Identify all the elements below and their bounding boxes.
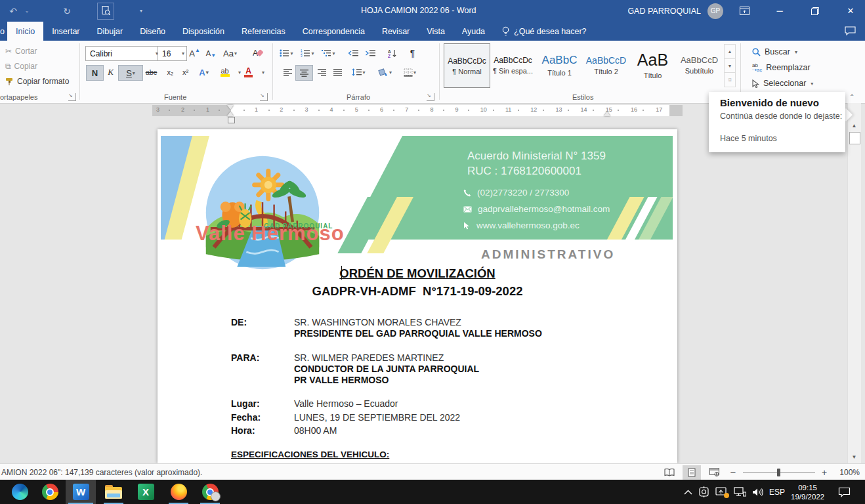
format-painter-button[interactable]: Copiar formato bbox=[5, 77, 69, 86]
hora-label[interactable]: Hora: bbox=[231, 425, 255, 436]
fecha-value[interactable]: LUNES, 19 DE SEPTIEMBRE DEL 2022 bbox=[294, 412, 460, 423]
para-label[interactable]: PARA: bbox=[231, 352, 259, 363]
show-paragraph-marks-button[interactable]: ¶ bbox=[404, 46, 421, 60]
account-name[interactable]: GAD PARROQUIAL bbox=[627, 7, 701, 16]
copy-button[interactable]: ⧉ Copiar bbox=[5, 62, 37, 71]
scroll-thumb[interactable] bbox=[849, 132, 860, 144]
find-button[interactable]: Buscar▾ bbox=[752, 47, 797, 56]
undo-dropdown-icon[interactable]: ⌄ bbox=[24, 3, 30, 19]
text-effects-button[interactable]: A▾ bbox=[196, 65, 212, 79]
subscript-button[interactable]: x₂ bbox=[162, 65, 179, 79]
specs-heading[interactable]: ESPECIFICACIONES DEL VEHICULO: bbox=[231, 450, 389, 459]
network-icon[interactable] bbox=[734, 487, 746, 497]
hora-value[interactable]: 08H00 AM bbox=[294, 425, 337, 436]
clipboard-dialog-launcher[interactable]: ↘ bbox=[68, 93, 76, 101]
style-sin-espaciado[interactable]: AaBbCcDc ¶ Sin espa... bbox=[490, 43, 536, 87]
close-button[interactable]: ✕ bbox=[836, 0, 865, 22]
right-indent-marker[interactable] bbox=[604, 112, 610, 116]
borders-button[interactable]: ▾ bbox=[402, 65, 418, 79]
tab-diseno[interactable]: Diseño bbox=[131, 22, 174, 41]
document-page[interactable]: Acuerdo Ministerial N° 1359 RUC : 176812… bbox=[158, 129, 677, 463]
bold-button[interactable]: N bbox=[86, 65, 104, 81]
align-left-button[interactable] bbox=[280, 65, 296, 79]
multilevel-list-button[interactable]: ▾ bbox=[320, 46, 337, 60]
customize-qat-icon[interactable]: ▾ bbox=[137, 3, 146, 19]
zoom-out-button[interactable]: − bbox=[727, 467, 739, 478]
taskbar-chrome-icon[interactable] bbox=[35, 480, 65, 504]
align-right-button[interactable] bbox=[314, 65, 330, 79]
popup-resume-link[interactable]: Hace 5 minutos bbox=[720, 134, 777, 143]
bullet-list-button[interactable]: ▾ bbox=[278, 46, 295, 60]
taskbar-firefox-icon[interactable] bbox=[163, 480, 194, 504]
style-titulo-2[interactable]: AaBbCcD Título 2 bbox=[583, 43, 629, 87]
taskbar-edge-icon[interactable] bbox=[5, 480, 35, 504]
para-name[interactable]: SR. WILMER PAREDES MARTINEZ bbox=[294, 352, 444, 363]
zoom-in-button[interactable]: + bbox=[819, 467, 830, 478]
clear-formatting-button[interactable]: A bbox=[249, 46, 266, 60]
font-dialog-launcher[interactable]: ↘ bbox=[260, 93, 268, 101]
para-role-2[interactable]: PR VALLE HERMOSO bbox=[294, 375, 389, 385]
cast-icon[interactable] bbox=[698, 486, 709, 497]
zoom-slider[interactable] bbox=[743, 468, 815, 477]
repeat-icon[interactable]: ↻ bbox=[59, 3, 75, 19]
avatar[interactable]: GP bbox=[707, 3, 723, 19]
restore-button[interactable] bbox=[801, 0, 830, 22]
justify-button[interactable] bbox=[329, 65, 346, 79]
tab-inicio[interactable]: Inicio bbox=[7, 22, 43, 41]
scroll-down-button[interactable]: ▼ bbox=[849, 452, 859, 462]
tab-referencias[interactable]: Referencias bbox=[233, 22, 294, 41]
zoom-slider-thumb[interactable] bbox=[777, 469, 780, 476]
language-indicator[interactable]: ESP bbox=[769, 488, 785, 497]
undo-icon[interactable]: ↶ bbox=[5, 3, 21, 19]
styles-scroll-up[interactable]: ▲ bbox=[725, 45, 735, 58]
font-size-combo[interactable]: 16▾ bbox=[158, 46, 187, 61]
tab-vista[interactable]: Vista bbox=[418, 22, 454, 41]
scroll-up-button[interactable]: ▲ bbox=[849, 120, 859, 131]
replace-button[interactable]: ab⇢ac Reemplazar bbox=[752, 63, 811, 72]
shrink-font-button[interactable]: A▼ bbox=[203, 46, 219, 60]
de-name[interactable]: SR. WASHINGTON MORALES CHAVEZ bbox=[294, 317, 461, 327]
print-layout-button[interactable] bbox=[683, 465, 701, 480]
tab-dibujar[interactable]: Dibujar bbox=[89, 22, 132, 41]
char-count-status[interactable]: AMION 2022 06": 147,139 caracteres (valo… bbox=[0, 468, 202, 477]
underline-button[interactable]: S▾ bbox=[118, 65, 143, 81]
de-label[interactable]: DE: bbox=[231, 317, 247, 327]
doc-subtitle[interactable]: GADPR-VH-ADMF N°171-19-09-2022 bbox=[158, 284, 677, 299]
font-color-dropdown[interactable]: ▾ bbox=[255, 65, 271, 79]
minimize-button[interactable]: ─ bbox=[765, 0, 794, 22]
tab-insertar[interactable]: Insertar bbox=[43, 22, 88, 41]
action-center-icon[interactable] bbox=[838, 487, 851, 497]
font-family-combo[interactable]: Calibri▾ bbox=[85, 46, 161, 61]
print-preview-icon[interactable] bbox=[97, 3, 114, 20]
style-subtitulo[interactable]: AaBbCcD Subtítulo bbox=[677, 43, 722, 87]
cut-button[interactable]: ✂ Cortar bbox=[5, 47, 37, 56]
tab-revisar[interactable]: Revisar bbox=[373, 22, 418, 41]
paragraph-dialog-launcher[interactable]: ↘ bbox=[427, 93, 434, 101]
hanging-indent-marker[interactable] bbox=[227, 112, 234, 116]
style-normal[interactable]: AaBbCcDc ¶ Normal bbox=[444, 43, 490, 88]
align-center-button[interactable] bbox=[295, 65, 313, 81]
tell-me-box[interactable]: ¿Qué desea hacer? bbox=[494, 22, 595, 41]
fecha-label[interactable]: Fecha: bbox=[231, 412, 261, 423]
lugar-value[interactable]: Valle Hermoso – Ecuador bbox=[294, 398, 398, 409]
read-mode-button[interactable] bbox=[660, 465, 679, 480]
taskbar-word-icon[interactable]: W bbox=[66, 480, 96, 504]
taskbar-chrome-profile-icon[interactable] bbox=[195, 480, 225, 504]
de-role[interactable]: PRESIDENTE DEL GAD PARROQUIAL VALLE HERM… bbox=[294, 328, 542, 339]
change-case-button[interactable]: Aa▾ bbox=[222, 46, 238, 60]
collapse-ribbon-button[interactable]: ⌃ bbox=[849, 93, 854, 100]
zoom-level[interactable]: 100% bbox=[833, 468, 860, 477]
numbered-list-button[interactable]: 123▾ bbox=[299, 46, 316, 60]
vertical-scrollbar[interactable]: ▲ ▼ bbox=[847, 103, 861, 463]
styles-gallery-expand[interactable]: ⍗ bbox=[725, 72, 735, 87]
clock[interactable]: 09:15 19/9/2022 bbox=[791, 483, 824, 501]
increase-indent-button[interactable] bbox=[362, 46, 379, 60]
italic-button[interactable]: K bbox=[102, 65, 119, 79]
volume-icon[interactable] bbox=[752, 488, 763, 497]
tab-disposicion[interactable]: Disposición bbox=[174, 22, 233, 41]
strikethrough-button[interactable]: abc bbox=[143, 65, 159, 79]
style-titulo-1[interactable]: AaBbC Título 1 bbox=[537, 43, 582, 87]
comments-icon[interactable] bbox=[845, 26, 856, 36]
decrease-indent-button[interactable] bbox=[345, 46, 362, 60]
left-indent-box-marker[interactable] bbox=[228, 117, 235, 123]
